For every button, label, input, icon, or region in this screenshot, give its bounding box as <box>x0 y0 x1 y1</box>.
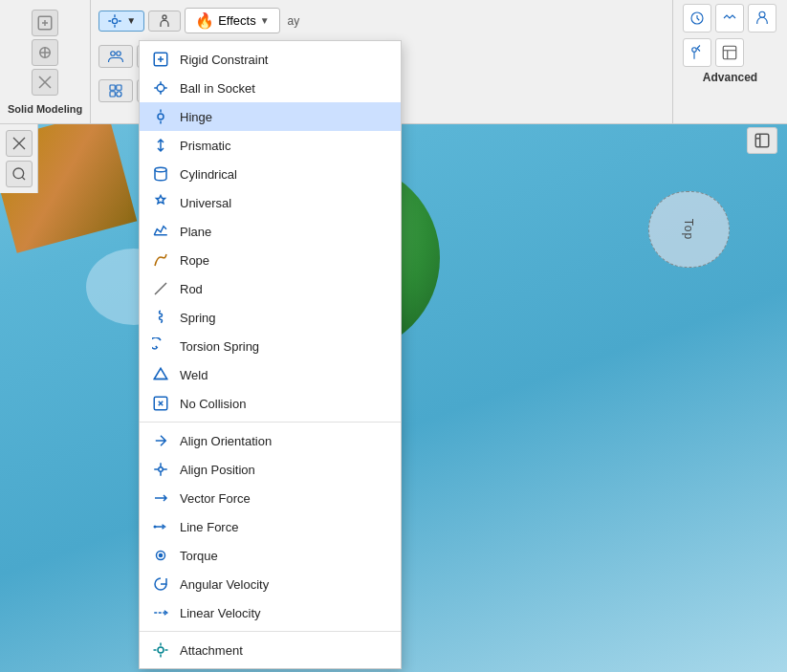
universal-icon <box>151 193 170 212</box>
rod-icon <box>151 279 170 298</box>
left-tool-1[interactable] <box>6 130 33 157</box>
adv-icon-2[interactable] <box>715 4 744 33</box>
svg-point-15 <box>692 48 697 53</box>
menu-item-align-orientation[interactable]: Align Orientation <box>140 426 401 455</box>
svg-point-4 <box>111 52 116 56</box>
effects-button[interactable]: 🔥 Effects ▼ <box>185 8 279 33</box>
linear-velocity-icon <box>151 603 170 622</box>
menu-item-ball-in-socket[interactable]: Ball in Socket <box>140 74 401 102</box>
spring-label: Spring <box>180 311 216 325</box>
figure-btn[interactable] <box>148 11 181 32</box>
menu-item-hinge[interactable]: Hinge <box>140 102 401 131</box>
advanced-icons-row-1 <box>683 4 777 33</box>
align-position-icon <box>151 460 170 479</box>
toolbar-icon-3[interactable] <box>32 69 58 96</box>
attachment-label: Attachment <box>180 643 243 658</box>
top-view-label: Top <box>682 219 695 240</box>
toolbar-right-section: Advanced <box>672 0 787 123</box>
adv-icon-5[interactable] <box>715 38 744 67</box>
align-orientation-label: Align Orientation <box>180 434 272 448</box>
svg-point-17 <box>13 168 24 179</box>
vector-force-icon <box>151 488 170 508</box>
left-icon-stack <box>32 10 58 96</box>
advanced-label: Advanced <box>683 71 777 84</box>
torque-icon <box>151 546 170 565</box>
toolbar-top-row: ▼ 🔥 Effects ▼ ay <box>98 4 665 37</box>
svg-point-11 <box>117 92 121 97</box>
cylindrical-icon <box>151 164 170 184</box>
advanced-icons-row-2 <box>683 38 777 67</box>
menu-item-rigid-constraint[interactable]: Rigid Constraint <box>140 45 401 74</box>
weld-label: Weld <box>180 368 208 382</box>
svg-point-2 <box>113 18 118 23</box>
menu-item-rod[interactable]: Rod <box>140 274 401 303</box>
line-force-icon <box>151 517 170 536</box>
effects-dropdown-arrow: ▼ <box>260 15 270 26</box>
constraints-dropdown-menu: Rigid ConstraintBall in SocketHingePrism… <box>139 40 402 669</box>
menu-item-weld[interactable]: Weld <box>140 360 401 389</box>
svg-rect-10 <box>110 92 115 97</box>
flame-icon: 🔥 <box>195 11 214 30</box>
adv-icon-3[interactable] <box>748 4 776 33</box>
settings2-btn[interactable] <box>98 79 133 102</box>
menu-item-no-collision[interactable]: No Collision <box>140 389 401 418</box>
menu-item-torque[interactable]: Torque <box>140 541 401 570</box>
torsion-spring-label: Torsion Spring <box>180 339 259 354</box>
people-icon-btn[interactable] <box>98 45 133 68</box>
menu-item-spring[interactable]: Spring <box>140 303 401 332</box>
menu-item-torsion-spring[interactable]: Torsion Spring <box>140 332 401 360</box>
line-force-label: Line Force <box>180 520 238 534</box>
rope-icon <box>151 250 170 270</box>
left-toolbar <box>0 124 38 193</box>
effects-label: Effects <box>218 13 256 28</box>
rod-label: Rod <box>180 282 203 296</box>
partial-text: ay <box>288 14 300 28</box>
svg-rect-18 <box>755 134 769 147</box>
left-tool-2[interactable] <box>6 161 33 187</box>
menu-item-angular-velocity[interactable]: Angular Velocity <box>140 570 401 598</box>
vector-force-label: Vector Force <box>180 491 251 506</box>
align-orientation-icon <box>151 431 170 450</box>
menu-divider <box>140 631 401 632</box>
torsion-spring-icon <box>151 336 170 356</box>
menu-item-plane[interactable]: Plane <box>140 217 401 246</box>
align-position-label: Align Position <box>180 463 255 477</box>
constraints-dropdown-btn[interactable]: ▼ <box>98 11 144 32</box>
svg-point-28 <box>158 647 164 653</box>
torque-label: Torque <box>180 549 218 563</box>
top-view-box: Top <box>648 191 730 268</box>
solid-modeling-label: Solid Modeling <box>8 103 82 115</box>
plane-icon <box>151 222 170 241</box>
linear-velocity-label: Linear Velocity <box>180 606 261 620</box>
menu-divider <box>140 422 401 423</box>
spring-icon <box>151 308 170 327</box>
toolbar-icon-1[interactable] <box>32 10 58 36</box>
menu-item-attachment[interactable]: Attachment <box>140 636 401 664</box>
weld-icon <box>151 365 170 384</box>
menu-item-rope[interactable]: Rope <box>140 246 401 274</box>
svg-point-24 <box>159 467 164 472</box>
menu-item-vector-force[interactable]: Vector Force <box>140 484 401 512</box>
attachment-icon <box>151 640 170 660</box>
hinge-icon <box>151 107 170 126</box>
toolbar-icon-2[interactable] <box>32 39 58 66</box>
no-collision-label: No Collision <box>180 397 246 411</box>
cylindrical-label: Cylindrical <box>180 167 237 182</box>
hinge-label: Hinge <box>180 110 212 124</box>
menu-item-prismatic[interactable]: Prismatic <box>140 131 401 160</box>
adv-icon-1[interactable] <box>683 4 711 33</box>
svg-rect-9 <box>117 85 121 90</box>
menu-item-universal[interactable]: Universal <box>140 188 401 217</box>
rigid-constraint-label: Rigid Constraint <box>180 53 269 67</box>
svg-point-5 <box>117 52 121 56</box>
menu-item-cylindrical[interactable]: Cylindrical <box>140 160 401 188</box>
rope-label: Rope <box>180 253 209 268</box>
constraints-btn-arrow: ▼ <box>126 15 136 26</box>
menu-item-linear-velocity[interactable]: Linear Velocity <box>140 598 401 627</box>
menu-item-line-force[interactable]: Line Force <box>140 512 401 541</box>
adv-icon-4[interactable] <box>683 38 711 67</box>
viewport-view-button[interactable] <box>747 127 777 154</box>
angular-velocity-icon <box>151 574 170 594</box>
menu-item-align-position[interactable]: Align Position <box>140 455 401 484</box>
svg-point-25 <box>154 526 156 528</box>
